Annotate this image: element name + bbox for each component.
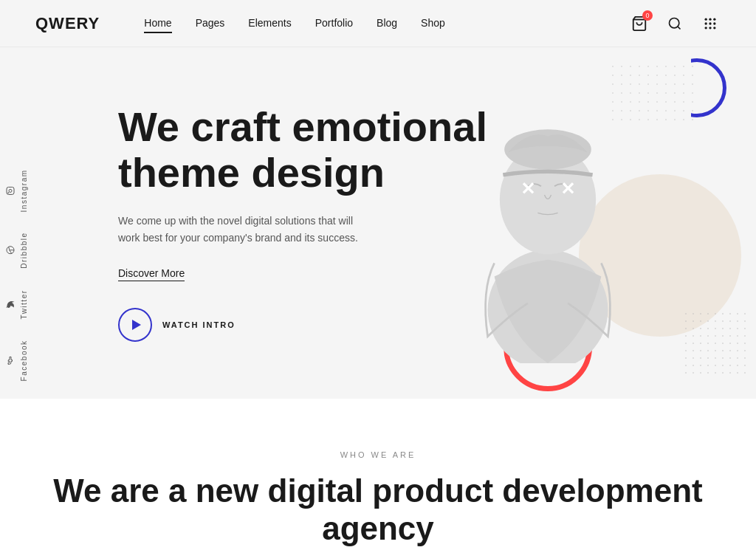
social-facebook[interactable]: Facebook bbox=[0, 329, 37, 391]
nav-item-elements[interactable]: Elements bbox=[248, 17, 291, 30]
cart-button[interactable]: 0 bbox=[629, 13, 650, 34]
hero-content: We craft emotional theme design We come … bbox=[118, 60, 487, 386]
twitter-icon bbox=[5, 300, 16, 309]
svg-point-6 bbox=[705, 22, 707, 24]
instagram-icon bbox=[5, 186, 16, 195]
nav-item-shop[interactable]: Shop bbox=[421, 17, 445, 30]
watch-intro-label: WATCH INTRO bbox=[162, 320, 236, 329]
svg-point-3 bbox=[705, 18, 707, 20]
hero-section: We craft emotional theme design We come … bbox=[0, 0, 756, 399]
nav-item-portfolio[interactable]: Portfolio bbox=[315, 17, 353, 30]
dribbble-icon bbox=[5, 247, 16, 255]
svg-point-4 bbox=[709, 18, 711, 20]
social-sidebar: Instagram Dribbble Twitter Facebook bbox=[0, 159, 32, 391]
svg-point-10 bbox=[709, 27, 711, 29]
svg-point-7 bbox=[709, 22, 711, 24]
svg-point-5 bbox=[713, 18, 715, 20]
cart-badge: 0 bbox=[642, 10, 653, 21]
logo[interactable]: QWERY bbox=[35, 14, 100, 33]
main-nav: Home Pages Elements Portfolio Blog Shop bbox=[144, 17, 629, 30]
svg-point-9 bbox=[705, 27, 707, 29]
who-section: WHO WE ARE We are a new digital product … bbox=[0, 399, 756, 550]
svg-line-2 bbox=[678, 26, 681, 29]
header-icons: 0 bbox=[629, 13, 721, 34]
social-twitter[interactable]: Twitter bbox=[0, 279, 37, 329]
svg-text:✕: ✕ bbox=[520, 179, 535, 199]
hero-subtitle: We come up with the novel digital soluti… bbox=[118, 213, 369, 246]
svg-text:✕: ✕ bbox=[561, 179, 576, 199]
play-triangle-icon bbox=[132, 320, 141, 330]
social-dribbble[interactable]: Dribbble bbox=[0, 222, 37, 279]
watch-intro-button[interactable]: WATCH INTRO bbox=[118, 308, 487, 342]
header: QWERY Home Pages Elements Portfolio Blog… bbox=[0, 0, 756, 47]
svg-point-19 bbox=[505, 129, 592, 169]
social-instagram[interactable]: Instagram bbox=[0, 159, 37, 222]
nav-item-home[interactable]: Home bbox=[144, 17, 171, 30]
discover-more-link[interactable]: Discover More bbox=[118, 267, 185, 281]
who-section-title: We are a new digital product development… bbox=[35, 472, 721, 547]
nav-item-blog[interactable]: Blog bbox=[377, 17, 397, 30]
nav-item-pages[interactable]: Pages bbox=[196, 17, 225, 30]
play-circle-icon bbox=[118, 308, 152, 342]
svg-point-8 bbox=[713, 22, 715, 24]
svg-point-11 bbox=[713, 27, 715, 29]
grid-menu-button[interactable] bbox=[700, 13, 721, 34]
dots-decoration-bottom bbox=[682, 310, 749, 377]
svg-point-14 bbox=[8, 192, 9, 193]
svg-point-13 bbox=[9, 189, 12, 192]
svg-point-1 bbox=[670, 18, 679, 27]
facebook-icon bbox=[5, 356, 16, 365]
search-button[interactable] bbox=[664, 13, 685, 34]
section-eyebrow: WHO WE ARE bbox=[35, 450, 721, 459]
hero-title: We craft emotional theme design bbox=[118, 104, 487, 195]
